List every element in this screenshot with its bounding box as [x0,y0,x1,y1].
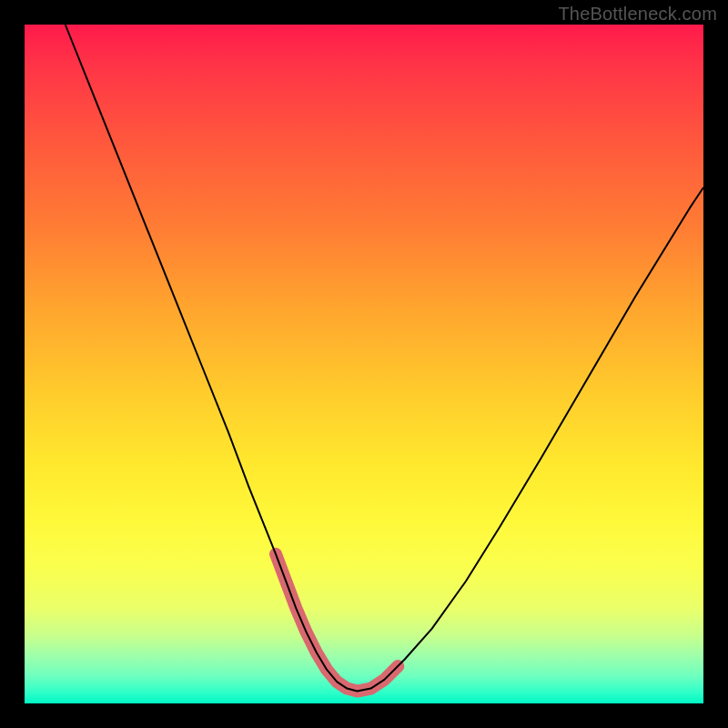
black-curve-path [66,25,703,692]
plot-area [25,25,703,703]
watermark-text: TheBottleneck.com [558,4,717,25]
pink-highlight-path [276,554,398,692]
curve-svg [25,25,703,703]
